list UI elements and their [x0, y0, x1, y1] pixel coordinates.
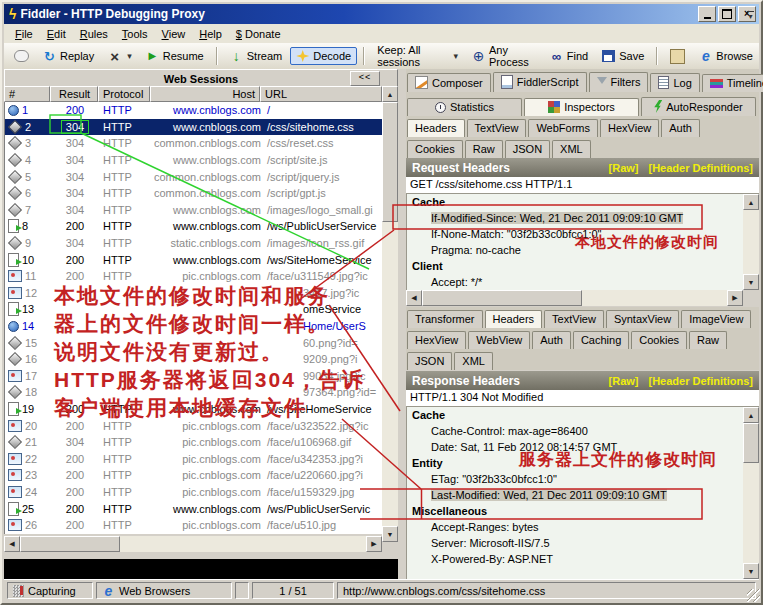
response-vertical-scrollbar[interactable]: ▲ ▼: [743, 407, 759, 579]
request-tab-headers[interactable]: Headers: [407, 119, 465, 137]
response-tab-hexview[interactable]: HexView: [407, 331, 466, 349]
column-header-url[interactable]: URL: [260, 86, 382, 102]
raw-link[interactable]: [Raw]: [609, 375, 639, 387]
header-item[interactable]: Pragma: no-cache: [407, 242, 759, 258]
tab-statistics[interactable]: Statistics: [407, 98, 522, 116]
session-row[interactable]: 3304HTTPcommon.cnblogs.com/css/reset.css: [5, 135, 383, 152]
response-tab-xml[interactable]: XML: [454, 352, 493, 370]
request-tab-raw[interactable]: Raw: [465, 140, 503, 158]
toolbar-overflow-button[interactable]: ▾: [744, 8, 757, 23]
capturing-indicator[interactable]: Capturing: [7, 582, 93, 599]
column-header-host[interactable]: Host: [150, 86, 260, 102]
raw-link[interactable]: [Raw]: [609, 162, 639, 174]
session-row[interactable]: 19200HTTPwww.cnblogs.com/ws/SiteHomeServ…: [5, 401, 383, 418]
header-definitions-link[interactable]: [Header Definitions]: [648, 162, 753, 174]
header-item[interactable]: If-Modified-Since: Wed, 21 Dec 2011 09:0…: [407, 210, 759, 226]
menu-item-edit[interactable]: Edit: [40, 26, 73, 42]
request-tab-json[interactable]: JSON: [505, 140, 550, 158]
sessions-horizontal-scrollbar[interactable]: ◀ ▶: [4, 536, 382, 552]
tab-log[interactable]: Log: [650, 73, 699, 92]
session-row[interactable]: 10200HTTPwww.cnblogs.com/ws/SiteHomeServ…: [5, 251, 383, 268]
header-item[interactable]: Accept: */*: [407, 274, 759, 290]
scroll-up-icon[interactable]: ▲: [743, 194, 759, 210]
session-row[interactable]: 1560.png?id=: [5, 334, 383, 351]
menu-item-help[interactable]: Help: [192, 26, 229, 42]
clipboard-button[interactable]: [664, 46, 691, 67]
session-row[interactable]: 25200HTTPwww.cnblogs.com/ws/PublicUserSe…: [5, 500, 383, 517]
tab-inspectors[interactable]: Inspectors: [524, 98, 639, 116]
request-tab-auth[interactable]: Auth: [661, 119, 700, 137]
tab-autoresponder[interactable]: AutoResponder: [641, 97, 756, 116]
scroll-up-icon[interactable]: ▲: [382, 86, 398, 102]
replay-button[interactable]: Replay: [37, 46, 100, 66]
keep-all-sessions-button[interactable]: Keep: All sessions: [371, 41, 464, 71]
menu-item-file[interactable]: File: [8, 26, 40, 42]
title-bar[interactable]: ϟ Fiddler - HTTP Debugging Proxy ×: [4, 4, 759, 24]
process-filter-indicator[interactable]: Web Browsers: [96, 582, 232, 599]
response-tab-raw[interactable]: Raw: [689, 331, 727, 349]
session-row[interactable]: 5304HTTPcommon.cnblogs.com/script/jquery…: [5, 168, 383, 185]
column-header-num[interactable]: #: [4, 86, 50, 102]
response-tab-webview[interactable]: WebView: [468, 331, 530, 349]
response-tab-syntaxview[interactable]: SyntaxView: [606, 310, 679, 328]
session-row[interactable]: 123417.jpg?ic: [5, 285, 383, 302]
delete-button[interactable]: [102, 46, 138, 66]
resize-grip[interactable]: [747, 589, 760, 602]
header-item[interactable]: If-None-Match: "03f2b33c0bfcc1:0": [407, 226, 759, 242]
scroll-left-icon[interactable]: ◀: [406, 290, 422, 306]
tab-composer[interactable]: Composer: [407, 73, 491, 92]
comment-button[interactable]: [8, 47, 35, 65]
tab-filters[interactable]: Filters: [589, 72, 649, 92]
header-item[interactable]: Accept-Ranges: bytes: [407, 519, 759, 535]
response-tab-imageview[interactable]: ImageView: [681, 310, 751, 328]
response-tab-caching[interactable]: Caching: [573, 331, 629, 349]
save-button[interactable]: Save: [596, 47, 650, 65]
response-tab-auth[interactable]: Auth: [532, 331, 571, 349]
scrollbar-thumb[interactable]: [20, 536, 120, 552]
session-row[interactable]: 24200HTTPpic.cnblogs.com/face/u159329.jp…: [5, 484, 383, 501]
session-row[interactable]: 9304HTTPstatic.cnblogs.com/images/icon_r…: [5, 235, 383, 252]
find-button[interactable]: Find: [544, 46, 594, 66]
scroll-left-icon[interactable]: ◀: [4, 536, 20, 552]
header-definitions-link[interactable]: [Header Definitions]: [648, 375, 753, 387]
request-tab-hexview[interactable]: HexView: [600, 119, 659, 137]
column-header-protocol[interactable]: Protocol: [98, 86, 150, 102]
session-row[interactable]: 8200HTTPwww.cnblogs.com/ws/PublicUserSer…: [5, 218, 383, 235]
scrollbar-thumb[interactable]: [422, 290, 582, 306]
request-tab-xml[interactable]: XML: [552, 140, 591, 158]
header-item[interactable]: Last-Modified: Wed, 21 Dec 2011 09:09:10…: [407, 487, 759, 503]
session-row[interactable]: 23200HTTPpic.cnblogs.com/face/u220660.jp…: [5, 467, 383, 484]
menu-item-donate[interactable]: $ Donate: [229, 26, 288, 42]
session-row[interactable]: 1897364.png?id=: [5, 384, 383, 401]
request-vertical-scrollbar[interactable]: ▲ ▼: [743, 194, 759, 290]
decode-button[interactable]: Decode: [290, 47, 357, 65]
any-process-button[interactable]: Any Process: [466, 41, 542, 71]
menu-item-view[interactable]: View: [155, 26, 193, 42]
header-item[interactable]: Server: Microsoft-IIS/7.5: [407, 535, 759, 551]
scroll-down-icon[interactable]: ▼: [743, 563, 759, 579]
header-item[interactable]: Date: Sat, 11 Feb 2012 08:14:57 GMT: [407, 439, 759, 455]
scroll-down-icon[interactable]: ▼: [743, 274, 759, 290]
session-row[interactable]: 14Home/UserS: [5, 318, 383, 335]
stream-button[interactable]: Stream: [224, 46, 288, 66]
header-item[interactable]: ETag: "03f2b33c0bfcc1:0": [407, 471, 759, 487]
scrollbar-thumb[interactable]: [382, 102, 398, 222]
maximize-button[interactable]: [718, 6, 736, 22]
session-row[interactable]: 13omeService: [5, 301, 383, 318]
scrollbar-thumb[interactable]: [743, 423, 759, 463]
session-row[interactable]: 22200HTTPpic.cnblogs.com/face/u342353.jp…: [5, 450, 383, 467]
resume-button[interactable]: Resume: [140, 46, 210, 66]
response-tab-cookies[interactable]: Cookies: [631, 331, 687, 349]
scroll-right-icon[interactable]: ▶: [727, 290, 743, 306]
scroll-right-icon[interactable]: ▶: [366, 536, 382, 552]
response-tab-json[interactable]: JSON: [407, 352, 452, 370]
menu-item-rules[interactable]: Rules: [73, 26, 115, 42]
header-item[interactable]: X-Powered-By: ASP.NET: [407, 551, 759, 567]
session-row[interactable]: 4304HTTPwww.cnblogs.com/script/site.js: [5, 152, 383, 169]
response-tab-textview[interactable]: TextView: [544, 310, 604, 328]
session-row[interactable]: 7304HTTPwww.cnblogs.com/images/logo_smal…: [5, 202, 383, 219]
menu-item-tools[interactable]: Tools: [115, 26, 155, 42]
scroll-down-icon[interactable]: ▼: [382, 526, 398, 542]
request-tab-webforms[interactable]: WebForms: [528, 119, 598, 137]
header-item[interactable]: Cache-Control: max-age=86400: [407, 423, 759, 439]
